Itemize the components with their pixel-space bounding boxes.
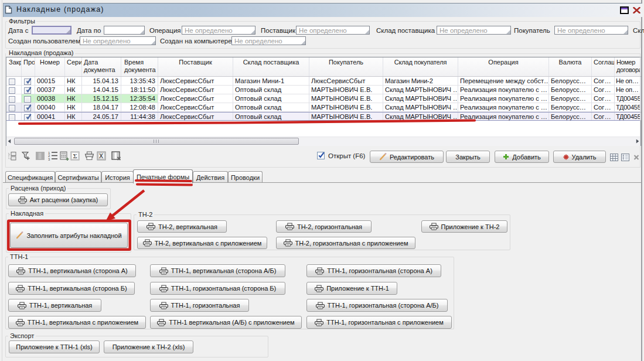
svg-text:3: 3 bbox=[48, 158, 50, 161]
svg-text:X: X bbox=[99, 152, 103, 159]
svg-text:Σ: Σ bbox=[73, 152, 77, 159]
